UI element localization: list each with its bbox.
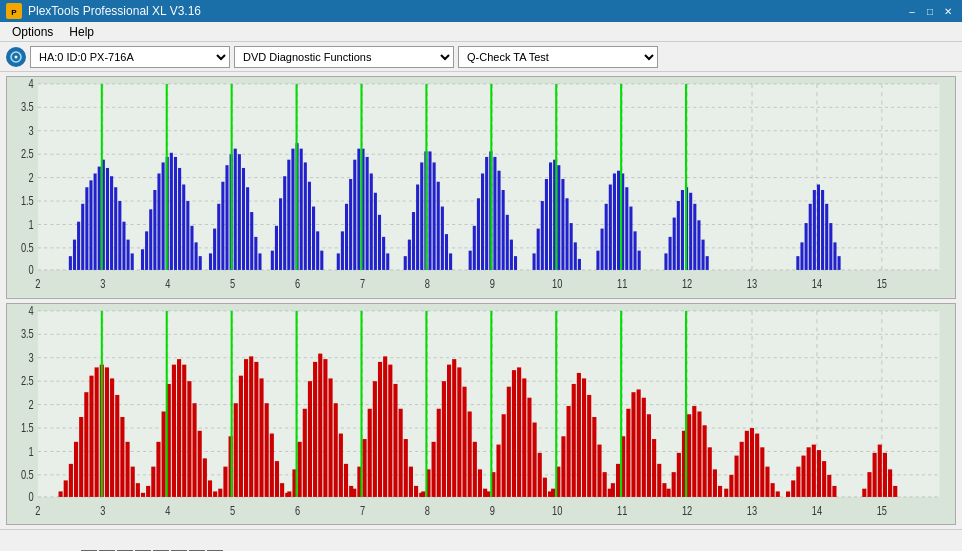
svg-rect-337 xyxy=(507,386,511,496)
svg-rect-283 xyxy=(239,375,243,496)
svg-rect-168 xyxy=(638,251,641,270)
svg-rect-276 xyxy=(203,458,207,497)
svg-rect-391 xyxy=(786,491,790,497)
svg-rect-137 xyxy=(481,173,484,269)
svg-rect-338 xyxy=(512,370,516,497)
svg-rect-296 xyxy=(303,408,307,496)
svg-rect-398 xyxy=(822,461,826,497)
svg-text:2.5: 2.5 xyxy=(21,147,34,161)
window-controls: – □ ✕ xyxy=(904,4,956,18)
svg-rect-75 xyxy=(170,153,173,270)
svg-rect-144 xyxy=(510,240,513,270)
svg-rect-177 xyxy=(697,220,700,270)
svg-text:P: P xyxy=(11,8,17,17)
function-selector[interactable]: DVD Diagnostic Functions xyxy=(234,46,454,68)
svg-rect-134 xyxy=(469,251,472,270)
menu-help[interactable]: Help xyxy=(61,23,102,41)
svg-rect-375 xyxy=(697,411,701,496)
svg-rect-157 xyxy=(578,259,581,270)
svg-rect-282 xyxy=(234,403,238,497)
svg-rect-382 xyxy=(734,455,738,496)
svg-text:4: 4 xyxy=(165,277,170,291)
svg-text:13: 13 xyxy=(747,277,757,291)
svg-text:8: 8 xyxy=(425,277,430,291)
svg-rect-53 xyxy=(73,240,76,270)
svg-rect-369 xyxy=(666,488,670,496)
svg-rect-169 xyxy=(664,253,667,270)
svg-text:1: 1 xyxy=(29,217,34,231)
svg-rect-182 xyxy=(805,223,808,270)
svg-rect-67 xyxy=(131,253,134,270)
svg-rect-336 xyxy=(502,414,506,497)
svg-rect-353 xyxy=(587,394,591,496)
svg-rect-114 xyxy=(357,149,360,270)
svg-rect-108 xyxy=(320,251,323,270)
svg-rect-343 xyxy=(538,452,542,496)
svg-rect-388 xyxy=(765,466,769,496)
svg-text:2: 2 xyxy=(29,397,34,411)
svg-text:14: 14 xyxy=(812,503,822,517)
svg-rect-129 xyxy=(433,162,436,269)
svg-text:3: 3 xyxy=(29,124,34,138)
svg-rect-89 xyxy=(234,149,237,270)
svg-rect-327 xyxy=(457,367,461,497)
svg-rect-407 xyxy=(893,485,897,496)
close-button[interactable]: ✕ xyxy=(940,4,956,18)
svg-rect-316 xyxy=(404,439,408,497)
minimize-button[interactable]: – xyxy=(904,4,920,18)
svg-rect-185 xyxy=(817,184,820,269)
svg-point-4 xyxy=(15,55,18,58)
svg-rect-378 xyxy=(713,469,717,497)
svg-rect-310 xyxy=(373,381,377,497)
svg-rect-266 xyxy=(151,466,155,496)
svg-rect-285 xyxy=(249,356,253,497)
svg-rect-367 xyxy=(657,463,661,496)
svg-text:11: 11 xyxy=(617,277,627,291)
svg-rect-259 xyxy=(115,394,119,496)
svg-rect-156 xyxy=(574,242,577,270)
svg-text:2: 2 xyxy=(29,170,34,184)
svg-rect-284 xyxy=(244,359,248,497)
svg-rect-128 xyxy=(428,151,431,270)
svg-rect-80 xyxy=(190,226,193,270)
svg-rect-146 xyxy=(533,253,536,270)
svg-rect-249 xyxy=(64,480,68,497)
svg-rect-123 xyxy=(408,240,411,270)
svg-rect-401 xyxy=(862,488,866,496)
maximize-button[interactable]: □ xyxy=(922,4,938,18)
svg-rect-386 xyxy=(755,433,759,496)
svg-rect-117 xyxy=(370,173,373,269)
svg-text:0: 0 xyxy=(29,263,34,277)
top-chart-container: 4 3.5 3 2.5 2 1.5 1 0.5 0 2 3 4 5 6 7 8 … xyxy=(6,76,956,299)
svg-rect-96 xyxy=(271,251,274,270)
svg-rect-262 xyxy=(131,466,135,496)
svg-rect-355 xyxy=(597,444,601,496)
svg-text:6: 6 xyxy=(295,277,300,291)
svg-rect-65 xyxy=(122,222,125,270)
svg-text:0: 0 xyxy=(29,489,34,503)
svg-rect-333 xyxy=(486,491,490,497)
svg-rect-384 xyxy=(745,430,749,496)
svg-rect-265 xyxy=(146,485,150,496)
test-selector[interactable]: Q-Check TA Test xyxy=(458,46,658,68)
menu-options[interactable]: Options xyxy=(4,23,61,41)
svg-rect-257 xyxy=(105,367,109,497)
svg-text:9: 9 xyxy=(490,277,495,291)
svg-rect-300 xyxy=(323,359,327,497)
svg-rect-261 xyxy=(126,441,130,496)
svg-rect-57 xyxy=(89,180,92,270)
main-content: 4 3.5 3 2.5 2 1.5 1 0.5 0 2 3 4 5 6 7 8 … xyxy=(0,72,962,529)
svg-rect-122 xyxy=(404,256,407,270)
svg-rect-143 xyxy=(506,215,509,270)
svg-rect-126 xyxy=(420,162,423,269)
drive-selector[interactable]: HA:0 ID:0 PX-716A xyxy=(30,46,230,68)
svg-text:15: 15 xyxy=(877,503,887,517)
svg-rect-272 xyxy=(182,364,186,496)
svg-rect-70 xyxy=(149,209,152,270)
svg-rect-403 xyxy=(873,452,877,496)
svg-rect-85 xyxy=(217,204,220,270)
svg-rect-141 xyxy=(497,171,500,270)
title-bar: P PlexTools Professional XL V3.16 – □ ✕ xyxy=(0,0,962,22)
svg-text:1: 1 xyxy=(29,444,34,458)
svg-text:2: 2 xyxy=(35,503,40,517)
